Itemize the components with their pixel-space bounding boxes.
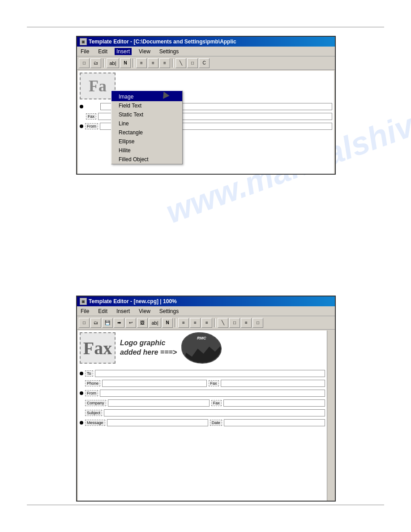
menu-settings[interactable]: Settings: [158, 48, 180, 55]
tb-sep3: [172, 59, 174, 68]
tb2-open[interactable]: 🗂: [90, 318, 101, 328]
toolbar2: □ 🗂 💾 ➡ ↩ 🖼 ab| N ≡ ≡ ≡ ╲ □ ≡ □: [77, 316, 335, 330]
screenshot2-window: ▣ Template Editor - [new.cpg] | 100% Fil…: [76, 296, 336, 502]
tb-more[interactable]: C: [199, 58, 210, 68]
app-icon2: ▣: [80, 298, 87, 305]
tb-open[interactable]: 🗂: [90, 58, 101, 68]
menu2-insert[interactable]: Insert: [115, 308, 132, 315]
menu-view[interactable]: View: [137, 48, 152, 55]
tb-align-right[interactable]: ≡: [159, 58, 170, 68]
menu-item-rectangle[interactable]: Rectangle: [111, 128, 182, 137]
menubar1: File Edit Insert View Settings: [77, 47, 335, 56]
bottom-rule: [27, 505, 384, 505]
tb-text[interactable]: ab|: [107, 58, 119, 68]
label-phone: Phone: [85, 380, 100, 386]
fax-logo2: Fax: [80, 332, 116, 364]
tb2-rect[interactable]: □: [229, 318, 240, 328]
rmc-logo: RMC: [181, 332, 222, 364]
form-fields2: To Phone Fax From Company: [80, 370, 325, 429]
tb2-line[interactable]: ╲: [218, 318, 228, 328]
input-fax-ph[interactable]: [221, 380, 325, 387]
menu-item-static-text[interactable]: Static Text: [111, 110, 182, 119]
form-row-message: Message Date: [80, 419, 325, 426]
tb2-fill[interactable]: ≡: [241, 318, 252, 328]
tb-rect[interactable]: □: [187, 58, 198, 68]
label-to: To: [85, 370, 93, 377]
logo-area: Fax Logo graphicadded here ===> RMC: [80, 332, 222, 364]
tb-new[interactable]: □: [79, 58, 90, 68]
form-row-to: To: [80, 370, 325, 377]
titlebar1-text: Template Editor - [C:\Documents and Sett…: [89, 39, 332, 45]
form-row-from: From: [80, 390, 325, 397]
fax-text1: Fa: [89, 77, 107, 95]
fax-logo1: Fa: [80, 73, 116, 99]
menu-edit[interactable]: Edit: [96, 48, 109, 55]
label-fax-co: Fax: [211, 400, 222, 406]
input-from[interactable]: [100, 390, 325, 397]
menu2-view[interactable]: View: [137, 308, 152, 315]
tb2-export[interactable]: ➡: [114, 318, 124, 328]
logo-added-text: Logo graphicadded here ===>: [120, 339, 177, 357]
tb-sep2: [133, 59, 134, 68]
tb-line[interactable]: ╲: [176, 58, 186, 68]
field-label-fax: Fax: [86, 113, 96, 120]
form-row-phone: Phone Fax: [80, 380, 325, 387]
input-to[interactable]: [95, 370, 325, 377]
menubar2: File Edit Insert View Settings: [77, 306, 335, 316]
rmc-bird-shape: [182, 343, 221, 363]
input-fax-co[interactable]: [223, 399, 325, 407]
tb2-save[interactable]: 💾: [102, 318, 113, 328]
bullet1: [80, 105, 83, 108]
menu-item-image[interactable]: Image: [111, 91, 182, 101]
tb-align-center[interactable]: ≡: [148, 58, 158, 68]
tb-align-left[interactable]: ≡: [136, 58, 147, 68]
menu-item-ellipse[interactable]: Ellipse: [111, 137, 182, 146]
bullet-message: [80, 421, 83, 425]
label-date: Date: [210, 420, 222, 426]
tb2-image[interactable]: 🖼: [137, 318, 148, 328]
tb2-sep2: [214, 318, 216, 327]
field-label-from: From: [85, 123, 98, 129]
screenshot1-window: ▣ Template Editor - [C:\Documents and Se…: [76, 36, 336, 175]
menu2-file[interactable]: File: [79, 308, 91, 315]
input-phone[interactable]: [102, 380, 206, 387]
tb2-undo[interactable]: ↩: [125, 318, 136, 328]
titlebar2-text: Template Editor - [new.cpg] | 100%: [89, 298, 332, 305]
scrollbar[interactable]: [327, 330, 334, 501]
titlebar1: ▣ Template Editor - [C:\Documents and Se…: [77, 37, 335, 47]
bullet3: [80, 124, 83, 128]
label-from: From: [85, 390, 98, 396]
menu2-edit[interactable]: Edit: [96, 308, 109, 315]
tb2-text[interactable]: ab|: [149, 318, 161, 328]
label-fax-ph: Fax: [209, 380, 219, 386]
tb-sep1: [103, 59, 105, 68]
titlebar2: ▣ Template Editor - [new.cpg] | 100%: [77, 296, 335, 306]
tb2-new[interactable]: □: [79, 318, 90, 328]
app-icon: ▣: [80, 38, 87, 45]
label-message: Message: [85, 420, 105, 426]
menu-item-filled-object[interactable]: Filled Object: [111, 155, 182, 164]
tb2-align-center[interactable]: ≡: [190, 318, 201, 328]
input-company[interactable]: [108, 399, 210, 407]
tb2-field[interactable]: N: [162, 318, 173, 328]
menu2-settings[interactable]: Settings: [158, 308, 180, 315]
rmc-label: RMC: [197, 336, 206, 340]
input-date[interactable]: [224, 419, 325, 426]
tb2-sep1: [175, 318, 176, 327]
label-company: Company: [85, 400, 106, 406]
tb2-align-left[interactable]: ≡: [178, 318, 189, 328]
content-area1: Fa Fax Fax From: [78, 71, 334, 174]
menu-item-line[interactable]: Line: [111, 119, 182, 128]
menu-file[interactable]: File: [79, 48, 91, 55]
input-message[interactable]: [107, 419, 208, 426]
form-row-subject: Subject: [80, 409, 325, 416]
tb2-align-right[interactable]: ≡: [201, 318, 212, 328]
menu-insert[interactable]: Insert: [115, 48, 132, 55]
input-subject[interactable]: [104, 409, 325, 416]
menu-item-hilite[interactable]: Hilite: [111, 146, 182, 155]
content-area2: Fax Logo graphicadded here ===> RMC To: [78, 330, 334, 501]
menu-item-field-text[interactable]: Field Text: [111, 101, 182, 110]
tb-field[interactable]: N: [120, 58, 131, 68]
insert-dropdown-menu: Image Field Text Static Text Line Rectan…: [111, 90, 183, 164]
tb2-more[interactable]: □: [253, 318, 263, 328]
